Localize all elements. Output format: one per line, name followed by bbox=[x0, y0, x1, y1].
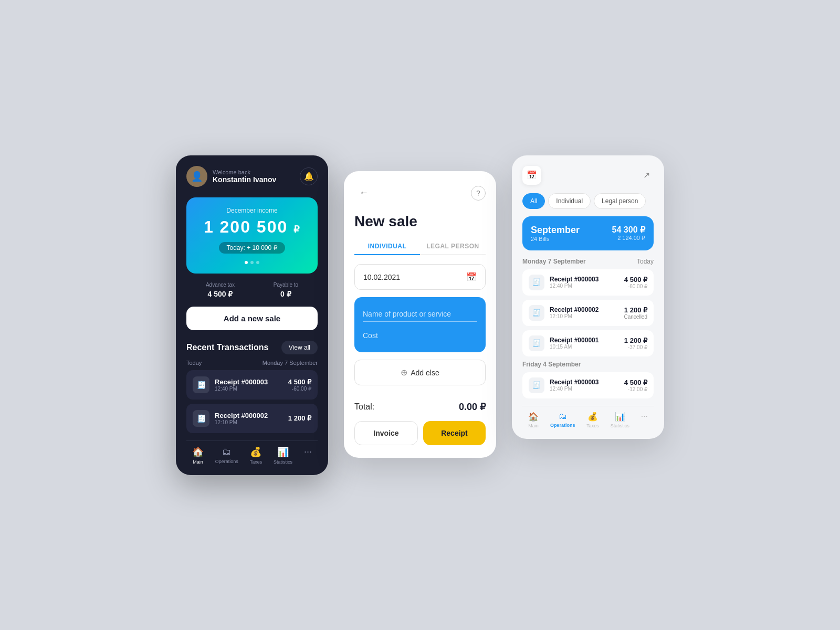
screen3-operations: 📅 ↗ All Individual Legal person Septembe… bbox=[512, 155, 664, 439]
tab-legal-person[interactable]: LEGAL PERSON bbox=[420, 238, 486, 255]
r-sub-2: Cancelled bbox=[624, 314, 647, 320]
nav-taxes[interactable]: 💰 Taxes bbox=[250, 446, 262, 465]
add-sale-button[interactable]: Add a new sale bbox=[186, 307, 318, 330]
help-button[interactable]: ? bbox=[471, 186, 486, 201]
product-name-input[interactable] bbox=[363, 307, 477, 322]
nav-operations[interactable]: 🗂 Operations bbox=[215, 446, 238, 465]
s3-nav-statistics[interactable]: 📊 Statistics bbox=[611, 412, 629, 428]
s3-nav-main-label: Main bbox=[528, 423, 539, 428]
month-card[interactable]: September 24 Bills 54 300 ₽ 2 124.00 ₽ bbox=[522, 216, 654, 250]
r-main-2: 1 200 ₽ bbox=[624, 306, 647, 314]
nav-statistics[interactable]: 📊 Statistics bbox=[274, 446, 292, 465]
calendar-icon: 📅 bbox=[466, 272, 477, 282]
month-bills: 24 Bills bbox=[531, 236, 580, 242]
s3-nav-more[interactable]: ··· bbox=[641, 412, 648, 428]
day-name-1: Monday 7 September bbox=[522, 258, 586, 265]
r-sub-3: -37.00 ₽ bbox=[624, 344, 647, 350]
r-name-4: Receipt #000003 bbox=[550, 379, 624, 386]
tx-amount-2: 1 200 ₽ bbox=[288, 414, 311, 422]
r-time-1: 12:40 PM bbox=[550, 283, 624, 289]
filter-all[interactable]: All bbox=[522, 193, 545, 209]
nav-main-label: Main bbox=[193, 459, 203, 465]
dot-3 bbox=[256, 261, 259, 264]
tx-info-1: Receipt #000003 12:40 PM bbox=[215, 378, 288, 392]
date-field[interactable]: 10.02.2021 📅 bbox=[354, 264, 486, 290]
month-info: September 24 Bills bbox=[531, 225, 580, 242]
filter-tabs: All Individual Legal person bbox=[522, 193, 654, 209]
receipt-button[interactable]: Receipt bbox=[423, 421, 486, 445]
invoice-button[interactable]: Invoice bbox=[354, 421, 418, 445]
tx-time-2: 12:10 PM bbox=[215, 419, 288, 425]
month-amount: 54 300 ₽ 2 124.00 ₽ bbox=[612, 225, 645, 242]
screen2-new-sale: ← ? New sale INDIVIDUAL LEGAL PERSON 10.… bbox=[344, 171, 496, 458]
s3-taxes-icon: 💰 bbox=[587, 412, 598, 422]
tab-individual[interactable]: INDIVIDUAL bbox=[354, 238, 420, 255]
tx-name-1: Receipt #000003 bbox=[215, 378, 288, 386]
total-value: 0.00 ₽ bbox=[459, 401, 486, 413]
transaction-item-1[interactable]: 🧾 Receipt #000003 12:40 PM 4 500 ₽ -60.0… bbox=[186, 370, 318, 400]
r-name-2: Receipt #000002 bbox=[550, 306, 624, 313]
r-name-3: Receipt #000001 bbox=[550, 337, 624, 344]
receipt-icon-1: 🧾 bbox=[529, 275, 544, 290]
income-amount: 1 200 500 ₽ bbox=[196, 217, 308, 237]
r-name-1: Receipt #000003 bbox=[550, 276, 624, 283]
tx-main-2: 1 200 ₽ bbox=[288, 414, 311, 422]
cost-input[interactable] bbox=[363, 328, 477, 343]
bottom-nav-1: 🏠 Main 🗂 Operations 💰 Taxes 📊 Statistics… bbox=[186, 440, 318, 465]
date-today: Today bbox=[186, 360, 202, 366]
nav-main[interactable]: 🏠 Main bbox=[192, 446, 204, 465]
receipt-item-3[interactable]: 🧾 Receipt #000001 10:15 AM 1 200 ₽ -37.0… bbox=[522, 330, 654, 356]
tx-icon-1: 🧾 bbox=[193, 376, 209, 393]
r-info-1: Receipt #000003 12:40 PM bbox=[550, 276, 624, 289]
nav-statistics-label: Statistics bbox=[274, 459, 292, 465]
tax-row: Advance tax 4 500 ₽ Payable to 0 ₽ bbox=[186, 282, 318, 298]
s3-nav-operations[interactable]: 🗂 Operations bbox=[550, 412, 575, 428]
recent-header: Recent Transactions View all bbox=[186, 341, 318, 354]
s3-nav-operations-label: Operations bbox=[550, 423, 575, 428]
nav-taxes-label: Taxes bbox=[250, 459, 262, 465]
screen1-header: 👤 Welcome back Konstantin Ivanov 🔔 bbox=[186, 166, 318, 187]
welcome-text: Welcome back bbox=[213, 169, 300, 175]
advance-tax-value: 4 500 ₽ bbox=[206, 290, 235, 298]
export-icon-button[interactable]: ↗ bbox=[639, 168, 654, 183]
more-icon: ··· bbox=[304, 446, 312, 457]
nav-more[interactable]: ··· bbox=[304, 446, 312, 465]
nav-operations-label: Operations bbox=[215, 459, 238, 464]
receipt-item-1[interactable]: 🧾 Receipt #000003 12:40 PM 4 500 ₽ -60.0… bbox=[522, 269, 654, 296]
month-sub: 2 124.00 ₽ bbox=[612, 235, 645, 242]
s3-header: 📅 ↗ bbox=[522, 166, 654, 185]
bell-button[interactable]: 🔔 bbox=[300, 167, 318, 185]
tx-amount-1: 4 500 ₽ -60.00 ₽ bbox=[288, 378, 311, 392]
r-main-4: 4 500 ₽ bbox=[624, 379, 647, 386]
s2-header: ← ? bbox=[354, 184, 486, 203]
tx-sub-1: -60.00 ₽ bbox=[288, 386, 311, 392]
r-time-2: 12:10 PM bbox=[550, 313, 624, 319]
r-main-3: 1 200 ₽ bbox=[624, 337, 647, 344]
tx-time-1: 12:40 PM bbox=[215, 386, 288, 392]
user-name: Konstantin Ivanov bbox=[213, 175, 300, 184]
bottom-nav-3: 🏠 Main 🗂 Operations 💰 Taxes 📊 Statistics… bbox=[522, 406, 654, 428]
statistics-icon: 📊 bbox=[277, 446, 289, 458]
recent-title: Recent Transactions bbox=[186, 343, 269, 352]
back-button[interactable]: ← bbox=[354, 184, 373, 203]
r-main-1: 4 500 ₽ bbox=[624, 276, 647, 284]
tx-icon-2: 🧾 bbox=[193, 410, 209, 427]
view-all-button[interactable]: View all bbox=[281, 341, 318, 354]
calendar-icon-button[interactable]: 📅 bbox=[522, 166, 541, 185]
advance-tax: Advance tax 4 500 ₽ bbox=[206, 282, 235, 298]
s3-nav-main[interactable]: 🏠 Main bbox=[528, 412, 539, 428]
receipt-icon-2: 🧾 bbox=[529, 305, 544, 321]
filter-legal[interactable]: Legal person bbox=[594, 193, 646, 209]
filter-individual[interactable]: Individual bbox=[548, 193, 591, 209]
receipt-item-4[interactable]: 🧾 Receipt #000003 12:40 PM 4 500 ₽ -12.0… bbox=[522, 372, 654, 398]
r-info-3: Receipt #000001 10:15 AM bbox=[550, 337, 624, 350]
day-today-1: Today bbox=[637, 258, 654, 265]
month-total: 54 300 ₽ bbox=[612, 225, 645, 235]
s3-nav-taxes[interactable]: 💰 Taxes bbox=[586, 412, 599, 428]
transaction-item-2[interactable]: 🧾 Receipt #000002 12:10 PM 1 200 ₽ bbox=[186, 404, 318, 433]
receipt-item-2[interactable]: 🧾 Receipt #000002 12:10 PM 1 200 ₽ Cance… bbox=[522, 300, 654, 326]
s3-operations-icon: 🗂 bbox=[559, 412, 567, 421]
income-label: December income bbox=[196, 207, 308, 214]
add-else-button[interactable]: ⊕ Add else bbox=[354, 360, 486, 385]
day-label-2: Friday 4 September bbox=[522, 361, 654, 368]
